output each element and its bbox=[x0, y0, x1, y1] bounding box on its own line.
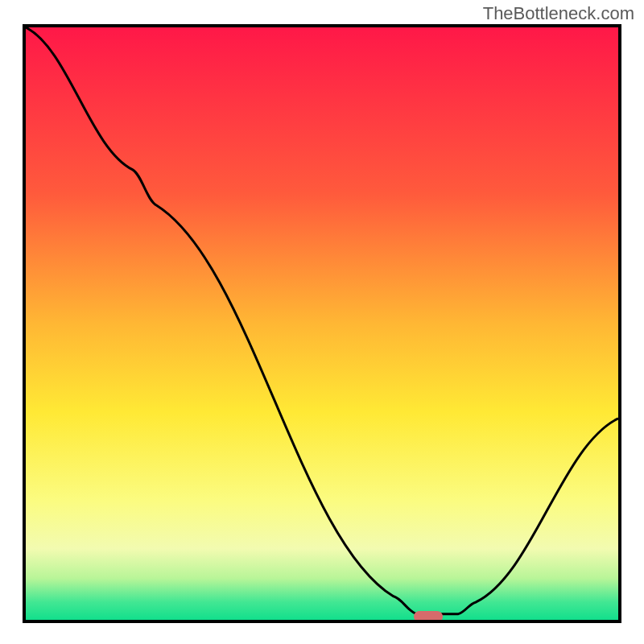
chart-area bbox=[23, 24, 621, 623]
optimal-marker bbox=[414, 611, 443, 622]
curve-line bbox=[26, 27, 618, 620]
watermark-text: TheBottleneck.com bbox=[483, 3, 634, 24]
